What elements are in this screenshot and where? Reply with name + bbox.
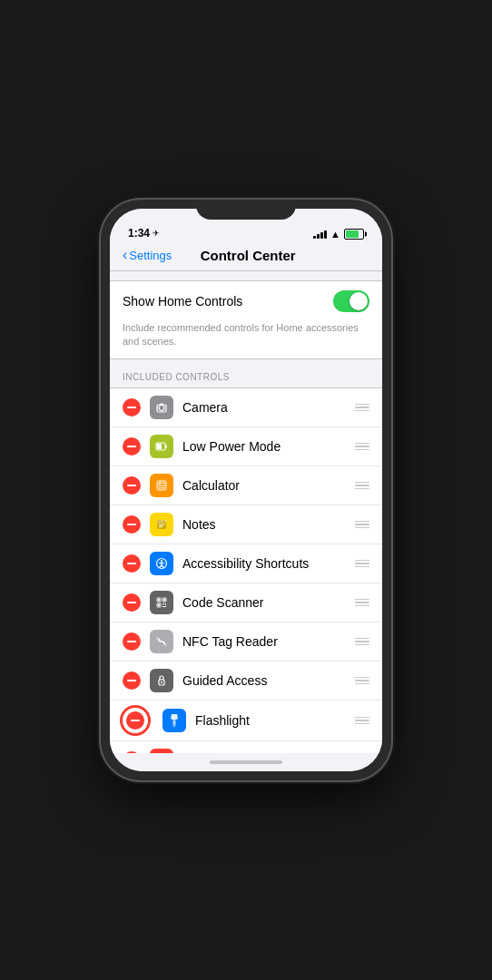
signal-bar-4 — [324, 230, 327, 239]
svg-rect-9 — [164, 482, 166, 484]
svg-rect-20 — [159, 524, 164, 525]
svg-point-0 — [159, 405, 164, 410]
calculator-icon — [150, 474, 173, 497]
guidedaccess-label: Guided Access — [182, 673, 346, 688]
home-bar-line — [210, 760, 282, 764]
list-item: Guided Access — [110, 662, 382, 701]
phone-screen: 1:34 ✈ ▲ ‹ Settings — [110, 209, 382, 771]
remove-lowpower-button[interactable] — [123, 437, 141, 456]
camera-icon — [150, 396, 173, 419]
svg-rect-13 — [164, 485, 166, 486]
drag-handle[interactable] — [355, 521, 369, 529]
nav-bar: ‹ Settings Control Center — [110, 243, 382, 271]
signal-bar-3 — [320, 232, 323, 239]
svg-line-29 — [162, 565, 163, 567]
codescanner-label: Code Scanner — [182, 595, 346, 610]
remove-calculator-button[interactable] — [123, 476, 141, 495]
remove-nfc-button[interactable] — [123, 632, 141, 651]
svg-marker-43 — [173, 725, 176, 727]
drag-handle[interactable] — [355, 443, 369, 451]
drag-handle[interactable] — [355, 560, 369, 568]
nfc-label: NFC Tag Reader — [182, 634, 346, 649]
home-controls-label: Show Home Controls — [123, 294, 242, 309]
drag-line — [355, 404, 369, 406]
minus-icon — [127, 563, 136, 564]
remove-guidedaccess-button[interactable] — [123, 671, 141, 690]
status-icons: ▲ — [313, 229, 364, 240]
content-area[interactable]: Show Home Controls Include recommended c… — [110, 271, 382, 753]
drag-handle[interactable] — [355, 599, 369, 607]
drag-line — [355, 407, 369, 408]
svg-rect-8 — [162, 482, 164, 484]
home-bar — [110, 753, 382, 771]
svg-rect-16 — [162, 487, 164, 489]
svg-point-25 — [161, 560, 162, 562]
toggle-thumb — [349, 292, 368, 310]
svg-rect-2 — [160, 403, 163, 405]
page-title: Control Center — [172, 248, 324, 263]
home-controls-section: Show Home Controls Include recommended c… — [110, 280, 382, 359]
minus-icon — [131, 720, 140, 721]
signal-bar-1 — [313, 236, 316, 239]
svg-rect-7 — [159, 482, 162, 484]
list-item: Camera — [110, 388, 382, 427]
minus-icon — [127, 446, 136, 447]
svg-rect-34 — [163, 599, 165, 601]
minus-icon — [127, 641, 136, 642]
included-controls-list: Camera — [110, 387, 382, 753]
location-icon: ✈ — [153, 229, 160, 238]
svg-rect-12 — [162, 485, 164, 486]
notch — [196, 200, 296, 220]
home-controls-toggle-row: Show Home Controls — [110, 281, 382, 321]
nfc-icon — [150, 630, 173, 653]
svg-rect-33 — [158, 599, 160, 601]
signal-bars — [313, 230, 327, 239]
remove-codescanner-button[interactable] — [123, 593, 141, 612]
svg-rect-38 — [162, 606, 166, 607]
battery-fill — [346, 230, 359, 238]
drag-handle[interactable] — [355, 677, 369, 685]
flashlight-remove-wrapper — [123, 708, 148, 733]
remove-notes-button[interactable] — [123, 515, 141, 534]
battery-icon — [344, 229, 364, 240]
accessibility-label: Accessibility Shortcuts — [182, 556, 346, 571]
list-item: Flashlight — [110, 701, 382, 741]
back-button[interactable]: ‹ Settings — [123, 247, 172, 263]
drag-handle[interactable] — [355, 638, 369, 646]
codescanner-icon — [150, 591, 173, 614]
svg-rect-11 — [161, 485, 162, 486]
status-time: 1:34 — [128, 227, 150, 240]
svg-rect-14 — [159, 487, 161, 489]
camera-label: Camera — [182, 400, 346, 415]
flashlight-icon — [162, 709, 186, 732]
svg-rect-15 — [161, 487, 162, 489]
drag-handle[interactable] — [355, 404, 369, 412]
svg-rect-37 — [165, 603, 166, 605]
home-controls-description: Include recommended controls for Home ac… — [110, 321, 382, 358]
minus-icon — [127, 524, 136, 525]
minus-icon — [127, 680, 136, 681]
lowpower-label: Low Power Mode — [182, 439, 346, 454]
list-item: Calculator — [110, 466, 382, 505]
list-item: NFC Tag Reader — [110, 622, 382, 662]
calculator-label: Calculator — [182, 478, 346, 493]
back-chevron-icon: ‹ — [123, 247, 127, 263]
wifi-icon: ▲ — [330, 229, 340, 240]
remove-accessibility-button[interactable] — [123, 554, 141, 573]
list-item: Code Scanner — [110, 583, 382, 622]
svg-rect-42 — [173, 720, 176, 725]
svg-rect-21 — [159, 526, 162, 527]
minus-icon — [127, 485, 136, 486]
svg-marker-41 — [171, 714, 178, 720]
remove-camera-button[interactable] — [123, 398, 141, 416]
home-controls-toggle[interactable] — [333, 290, 369, 312]
minus-icon — [127, 407, 136, 408]
list-item: Low Power Mode — [110, 427, 382, 466]
remove-flashlight-button[interactable] — [126, 711, 144, 730]
drag-handle[interactable] — [355, 482, 369, 490]
accessibility-icon — [150, 552, 173, 575]
guidedaccess-icon — [150, 669, 173, 692]
drag-handle[interactable] — [355, 717, 369, 725]
svg-rect-5 — [165, 445, 167, 447]
svg-rect-17 — [164, 487, 166, 489]
